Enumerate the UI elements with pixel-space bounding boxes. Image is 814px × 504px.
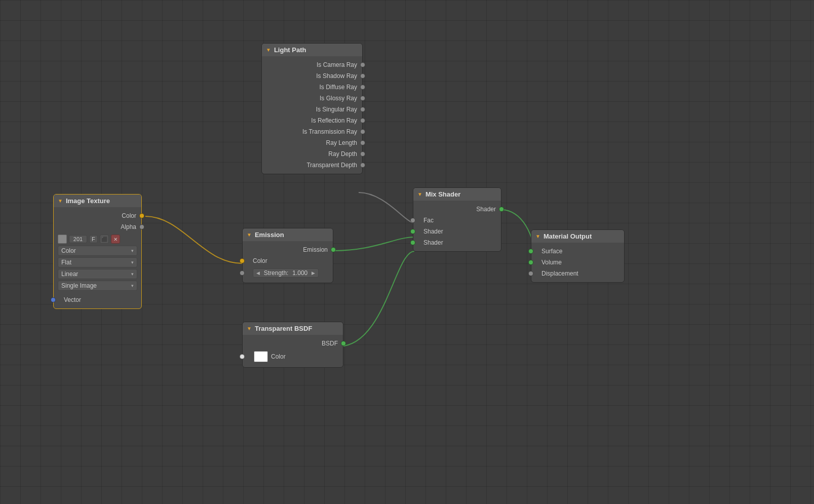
output-shader-label: Shader	[476, 206, 496, 213]
output-alpha-label: Alpha	[121, 223, 136, 230]
collapse-arrow-icon[interactable]: ▼	[247, 326, 252, 331]
output-transparent-depth-socket[interactable]	[360, 163, 365, 168]
input-color-row: Color	[243, 255, 333, 266]
emission-node: ▼ Emission Emission Color ◀ Strength: 1.…	[242, 228, 333, 283]
output-is-shadow-ray-row: Is Shadow Ray	[262, 70, 362, 82]
output-transparent-depth-label: Transparent Depth	[306, 162, 357, 169]
output-emission-row: Emission	[243, 244, 333, 255]
input-vector-label: Vector	[64, 296, 81, 303]
input-color-label: Color	[253, 257, 267, 264]
strength-value: 1.000	[292, 269, 307, 277]
output-alpha-socket[interactable]	[139, 224, 144, 229]
output-is-reflection-ray-socket[interactable]	[360, 118, 365, 123]
mix-shader-body: Shader Fac Shader Shader	[413, 201, 501, 251]
collapse-arrow-icon[interactable]: ▼	[535, 234, 540, 239]
transparent-bsdf-header: ▼ Transparent BSDF	[243, 322, 343, 335]
input-volume-socket[interactable]	[528, 260, 533, 265]
image-texture-header: ▼ Image Texture	[54, 195, 141, 207]
output-is-shadow-ray-socket[interactable]	[360, 73, 365, 79]
emission-body: Emission Color ◀ Strength: 1.000 ▶	[243, 241, 333, 283]
input-color-socket[interactable]	[240, 258, 245, 263]
interpolation-dropdown[interactable]: Linear ▾	[58, 269, 137, 279]
light-path-node: ▼ Light Path Is Camera Ray Is Shadow Ray…	[261, 43, 363, 174]
output-color-socket[interactable]	[139, 213, 144, 218]
output-bsdf-row: BSDF	[243, 338, 343, 349]
material-output-header: ▼ Material Output	[531, 230, 624, 243]
projection-dropdown[interactable]: Flat ▾	[58, 257, 137, 267]
input-displacement-label: Displacement	[541, 270, 578, 277]
transparent-bsdf-body: BSDF Color	[243, 335, 343, 367]
input-fac-socket[interactable]	[410, 218, 415, 223]
input-shader2-socket[interactable]	[410, 240, 415, 245]
output-is-singular-ray-label: Is Singular Ray	[316, 106, 357, 113]
image-thumbnail[interactable]	[58, 235, 67, 244]
light-path-title: Light Path	[274, 46, 306, 54]
emission-header: ▼ Emission	[243, 228, 333, 241]
input-surface-label: Surface	[541, 248, 562, 255]
output-is-transmission-ray-label: Is Transmission Ray	[302, 128, 357, 135]
light-path-header: ▼ Light Path	[262, 44, 362, 56]
output-is-glossy-ray-socket[interactable]	[360, 96, 365, 101]
image-texture-title: Image Texture	[66, 197, 110, 205]
output-ray-depth-socket[interactable]	[360, 151, 365, 157]
input-bsdf-color-socket[interactable]	[240, 354, 245, 359]
output-shader-socket[interactable]	[499, 207, 504, 212]
output-is-transmission-ray-socket[interactable]	[360, 129, 365, 134]
input-fac-row: Fac	[413, 215, 501, 226]
collapse-arrow-icon[interactable]: ▼	[247, 232, 252, 238]
output-is-diffuse-ray-socket[interactable]	[360, 85, 365, 90]
input-displacement-socket[interactable]	[528, 271, 533, 276]
material-output-body: Surface Volume Displacement	[531, 243, 624, 282]
input-strength-row: ◀ Strength: 1.000 ▶	[243, 266, 333, 280]
output-is-transmission-ray-row: Is Transmission Ray	[262, 126, 362, 137]
output-is-camera-ray-socket[interactable]	[360, 62, 365, 67]
output-bsdf-label: BSDF	[322, 340, 338, 347]
input-vector-socket[interactable]	[51, 297, 56, 302]
output-bsdf-socket[interactable]	[341, 341, 346, 346]
color-mode-dropdown[interactable]: Color ▾	[58, 246, 137, 256]
frame-label-btn[interactable]: F	[89, 235, 98, 243]
left-arrow-icon: ◀	[256, 270, 260, 276]
image-texture-node: ▼ Image Texture Color Alpha F ⬛ ✕ Color …	[53, 194, 142, 309]
input-volume-label: Volume	[541, 259, 562, 266]
collapse-arrow-icon[interactable]: ▼	[266, 47, 271, 53]
output-shader-row: Shader	[413, 204, 501, 215]
input-shader1-label: Shader	[423, 228, 443, 235]
collapse-arrow-icon[interactable]: ▼	[417, 191, 422, 197]
output-is-camera-ray-row: Is Camera Ray	[262, 59, 362, 70]
material-output-title: Material Output	[544, 232, 592, 240]
output-ray-depth-label: Ray Depth	[328, 150, 357, 158]
input-surface-socket[interactable]	[528, 249, 533, 254]
mix-shader-node: ▼ Mix Shader Shader Fac Shader Shader	[413, 187, 501, 252]
transparent-bsdf-title: Transparent BSDF	[255, 325, 312, 332]
extension-dropdown[interactable]: Single Image ▾	[58, 281, 137, 291]
input-strength-socket[interactable]	[240, 270, 245, 276]
close-icon-btn[interactable]: ✕	[111, 235, 120, 244]
output-is-reflection-ray-label: Is Reflection Ray	[311, 117, 357, 124]
output-is-singular-ray-row: Is Singular Ray	[262, 104, 362, 115]
output-emission-socket[interactable]	[331, 247, 336, 252]
output-ray-length-row: Ray Length	[262, 137, 362, 148]
input-bsdf-color-row: Color	[243, 349, 343, 364]
chevron-down-icon: ▾	[131, 260, 134, 265]
material-output-node: ▼ Material Output Surface Volume Displac…	[531, 229, 625, 283]
output-is-diffuse-ray-label: Is Diffuse Ray	[320, 84, 357, 91]
input-shader1-socket[interactable]	[410, 229, 415, 234]
output-ray-length-socket[interactable]	[360, 140, 365, 145]
strength-label: Strength:	[264, 269, 289, 277]
color-swatch[interactable]	[254, 351, 268, 362]
emission-title: Emission	[255, 231, 284, 239]
frame-number-input[interactable]	[69, 235, 87, 243]
output-is-singular-ray-socket[interactable]	[360, 107, 365, 112]
frame-controls-row: F ⬛ ✕	[58, 235, 137, 244]
render-icon-btn[interactable]: ⬛	[100, 235, 109, 244]
input-displacement-row: Displacement	[531, 268, 624, 279]
input-bsdf-color-label: Color	[271, 353, 286, 360]
output-is-shadow-ray-label: Is Shadow Ray	[316, 72, 357, 80]
input-surface-row: Surface	[531, 246, 624, 257]
output-is-diffuse-ray-row: Is Diffuse Ray	[262, 82, 362, 93]
strength-field[interactable]: ◀ Strength: 1.000 ▶	[253, 268, 319, 278]
collapse-arrow-icon[interactable]: ▼	[58, 198, 63, 204]
output-color-label: Color	[122, 212, 136, 219]
input-shader1-row: Shader	[413, 226, 501, 237]
